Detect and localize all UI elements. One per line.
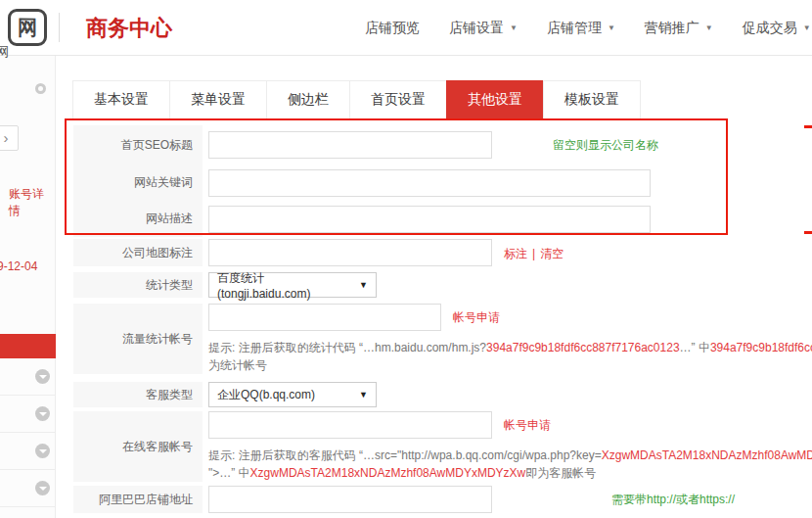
stats-type-select[interactable]: 百度统计(tongji.baidu.com) ▼ (208, 272, 377, 298)
seo-title-input[interactable] (208, 131, 492, 159)
sidebar-row[interactable] (0, 433, 56, 470)
site-logo[interactable]: 网 (8, 9, 47, 46)
service-account-hint-line2: ">…” 中XzgwMDAsTA2M18xNDAzMzhf08AwMDYxMDY… (208, 464, 812, 482)
alibaba-url-hint: 需要带http://或者https:// (611, 492, 735, 508)
gear-icon[interactable] (35, 83, 46, 94)
sidebar-row[interactable] (0, 396, 56, 433)
field-label: 统计类型 (73, 272, 203, 298)
map-clear-link[interactable]: 清空 (540, 247, 564, 260)
form-row-alibaba-url: 阿里巴巴店铺地址 需要带http://或者https:// (73, 486, 812, 513)
account-detail-link[interactable]: 账号详情 (9, 186, 55, 219)
form-row-description: 网站描述 (73, 201, 812, 237)
sidebar-row[interactable] (0, 470, 56, 507)
tab-home-settings[interactable]: 首页设置 (349, 80, 447, 119)
service-type-select[interactable]: 企业QQ(b.qq.com) ▼ (208, 382, 377, 407)
map-annotate-link[interactable]: 标注 (504, 247, 527, 260)
form-row-seo-title: 首页SEO标题 留空则显示公司名称 (73, 125, 812, 165)
chevron-circle-icon (35, 481, 50, 495)
service-account-apply-link[interactable]: 帐号申请 (504, 417, 551, 434)
tab-template-settings[interactable]: 模板设置 (543, 80, 641, 119)
field-label: 首页SEO标题 (73, 125, 203, 165)
field-label: 客服类型 (73, 382, 203, 407)
tab-sidebar-settings[interactable]: 侧边栏 (266, 80, 350, 119)
stats-account-hint-line1: 提示: 注册后获取的统计代码 “…hm.baidu.com/hm.js?394a… (208, 339, 812, 356)
expiry-date-text: 9-12-04 (0, 259, 37, 273)
form-row-service-account: 在线客服帐号 帐号申请 提示: 注册后获取的客服代码 “…src="http:/… (73, 411, 812, 482)
field-label: 网站描述 (73, 201, 203, 237)
sidebar-active-bar[interactable] (0, 334, 56, 358)
field-label: 阿里巴巴店铺地址 (73, 486, 203, 513)
form-row-keywords: 网站关键词 (73, 165, 812, 201)
nav-item-store-settings[interactable]: 店铺设置▼ (449, 20, 518, 37)
nav-item-store-manage[interactable]: 店铺管理▼ (547, 20, 615, 37)
logo-glyph: 网 (18, 15, 37, 41)
stats-type-value: 百度统计(tongji.baidu.com) (217, 270, 349, 301)
service-key-text: XzgwMDAsTA2M18xNDAzMzhf08AwMDYxMDYzXw (602, 448, 812, 462)
main-content: 基本设置 菜单设置 侧边栏 首页设置 其他设置 模板设置 首页SEO标题 留空则… (57, 56, 812, 518)
service-account-hint-line1: 提示: 注册后获取的客服代码 “…src="http://wpa.b.qq.co… (208, 447, 812, 464)
annotation-edge-mark (804, 125, 812, 128)
chevron-down-icon: ▼ (705, 24, 713, 32)
map-marker-input[interactable] (208, 239, 492, 266)
chevron-down-icon: ▼ (510, 24, 518, 32)
stats-code-text: 394a7f9c9b18fdf6cc887f7176ac0123 (710, 341, 812, 354)
field-label: 网站关键词 (73, 165, 203, 201)
sidebar-row[interactable] (0, 358, 56, 396)
top-header: 网 网 商务中心 店铺预览 店铺设置▼ 店铺管理▼ 营销推广▼ 促成交易▼ 账 (0, 0, 812, 56)
nav-item-store-preview[interactable]: 店铺预览 (365, 20, 420, 37)
field-label: 流量统计帐号 (73, 304, 203, 374)
form-row-stats-account: 流量统计帐号 帐号申请 提示: 注册后获取的统计代码 “…hm.baidu.co… (73, 304, 812, 374)
settings-tabs: 基本设置 菜单设置 侧边栏 首页设置 其他设置 模板设置 (73, 80, 812, 119)
top-nav: 店铺预览 店铺设置▼ 店铺管理▼ 营销推广▼ 促成交易▼ 账 (365, 0, 812, 56)
form-row-stats-type: 统计类型 百度统计(tongji.baidu.com) ▼ (73, 272, 812, 298)
nav-item-marketing[interactable]: 营销推广▼ (645, 20, 713, 37)
chevron-circle-icon (35, 444, 50, 458)
service-account-input[interactable] (208, 411, 492, 439)
annotation-edge-mark (804, 231, 812, 234)
sidebar-row-list (0, 358, 56, 507)
description-input[interactable] (208, 206, 651, 233)
field-label: 在线客服帐号 (73, 411, 203, 482)
header-divider (59, 13, 60, 42)
chevron-circle-icon (35, 369, 50, 384)
form-row-service-type: 客服类型 企业QQ(b.qq.com) ▼ (73, 382, 812, 407)
service-type-value: 企业QQ(b.qq.com) (217, 387, 315, 403)
stats-code-text: 394a7f9c9b18fdf6cc887f7176ac0123 (486, 341, 680, 354)
chevron-down-icon: ▼ (359, 280, 368, 290)
chevron-circle-icon (35, 406, 50, 421)
keywords-input[interactable] (208, 169, 651, 197)
form-row-map-marker: 公司地图标注 标注|清空 (73, 239, 812, 266)
logo-sub-glyph: 网 (0, 43, 9, 61)
link-separator: | (532, 247, 535, 260)
seo-title-hint: 留空则显示公司名称 (553, 137, 658, 154)
tab-basic-settings[interactable]: 基本设置 (72, 80, 170, 119)
left-sidebar: › 账号详情 9-12-04 (0, 56, 56, 518)
field-label: 公司地图标注 (73, 239, 203, 266)
stats-account-hint-line2: 为统计帐号 (208, 356, 812, 374)
chevron-down-icon: ▼ (803, 24, 811, 32)
sidebar-collapse-button[interactable]: › (0, 125, 19, 151)
tab-other-settings[interactable]: 其他设置 (446, 80, 544, 119)
other-settings-form: 首页SEO标题 留空则显示公司名称 网站关键词 网站描述 公司地图标注 (73, 125, 812, 513)
alibaba-url-input[interactable] (208, 486, 492, 513)
stats-account-apply-link[interactable]: 帐号申请 (453, 309, 500, 326)
stats-account-input[interactable] (208, 304, 441, 331)
chevron-down-icon: ▼ (359, 390, 368, 400)
tab-menu-settings[interactable]: 菜单设置 (169, 80, 267, 119)
chevron-down-icon: ▼ (608, 24, 615, 32)
nav-item-deals[interactable]: 促成交易▼ (743, 20, 811, 37)
service-key-text: XzgwMDAsTA2M18xNDAzMzhf08AwMDYxMDYzXw (250, 466, 526, 480)
page-title: 商务中心 (86, 0, 172, 56)
